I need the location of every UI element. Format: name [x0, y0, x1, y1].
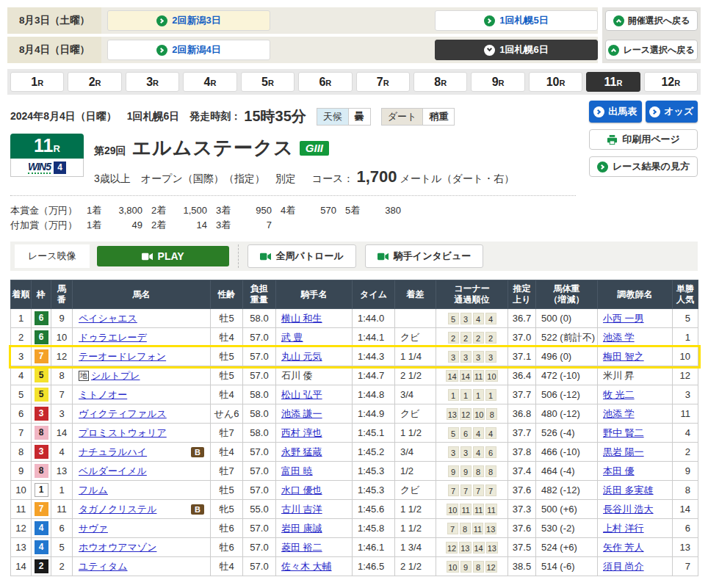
jockey-link[interactable]: 松山 弘平 — [281, 389, 322, 400]
corner-position-box: 8 — [473, 561, 484, 573]
print-page-button[interactable]: 印刷用ページ — [589, 129, 698, 150]
race-tab-5r[interactable]: 5R — [241, 72, 295, 92]
horse-weight: 464 (-4) — [536, 462, 598, 481]
race-tab-11r[interactable]: 11R — [586, 72, 640, 92]
result-guide-button[interactable]: レース結果の見方 — [589, 156, 698, 177]
carried-weight: 57.0 — [243, 519, 276, 538]
trainer-cell: 牧 光二 — [598, 385, 673, 404]
corner-position-box: 3 — [460, 351, 472, 363]
race-tab-3r[interactable]: 3R — [126, 72, 179, 92]
horse-name-link[interactable]: ドゥラエレーデ — [79, 331, 147, 344]
frame-number-cell: 6 — [32, 328, 51, 347]
trainer-link[interactable]: 矢作 芳人 — [603, 542, 644, 553]
win5-logo: WIN5 — [28, 161, 51, 174]
corner-position-box: 5 — [448, 313, 459, 324]
win5-leg-number: 4 — [54, 161, 66, 174]
trainer-link[interactable]: 長谷川 浩大 — [603, 504, 654, 515]
jockey-link[interactable]: 富田 暁 — [281, 465, 313, 476]
horse-name-link[interactable]: ホウオウアマゾン — [79, 541, 156, 554]
horse-name-cell: テーオードレフォン — [73, 347, 211, 366]
trainer-link[interactable]: 黒岩 陽一 — [603, 446, 644, 457]
horse-name-link[interactable]: フルム — [79, 484, 108, 497]
trainer-link[interactable]: 池添 学 — [603, 408, 635, 419]
horse-name-link[interactable]: タガノクリステル — [79, 503, 156, 516]
chevron-right-icon — [484, 15, 495, 26]
trainer-link[interactable]: 野中 賢二 — [603, 427, 644, 438]
horse-name-link[interactable]: ミトノオー — [79, 388, 127, 402]
corner-position-box: 8 — [486, 408, 497, 420]
jockey-link[interactable]: 西村 淳也 — [281, 427, 322, 438]
horse-name-link[interactable]: ペイシャエス — [79, 312, 137, 325]
weather-value: 曇 — [348, 109, 370, 125]
result-row: 10 1 1 フルム 牡5 57.0 水口 優也 1:45.3 クビ 7777 … — [11, 481, 698, 500]
jockey-link[interactable]: 佐々木 大輔 — [281, 561, 332, 572]
horse-name-link[interactable]: ベルダーイメル — [79, 465, 147, 478]
entry-table-button[interactable]: 出馬表 — [589, 101, 642, 123]
frame-number: 3 — [35, 445, 48, 459]
play-video-button[interactable]: PLAY — [97, 246, 229, 266]
race-tab-7r[interactable]: 7R — [356, 72, 410, 92]
race-tab-10r[interactable]: 10R — [529, 72, 582, 92]
jockey-link[interactable]: 菱田 裕二 — [281, 542, 322, 553]
jockey-link[interactable]: 池添 謙一 — [281, 408, 322, 419]
jockey-link[interactable]: 古川 吉洋 — [281, 504, 322, 515]
corner-position-box: 6 — [485, 446, 496, 458]
corner-positions: 9988 — [436, 462, 508, 481]
estimated-last-3f: 37.8 — [508, 443, 536, 462]
trainer-link[interactable]: 上村 洋行 — [603, 523, 644, 534]
trainer-link[interactable]: 浜田 多実雄 — [603, 484, 654, 496]
horse-name-link[interactable]: プロミストウォリア — [79, 427, 167, 440]
corner-position-box: 7 — [460, 484, 472, 496]
finish-position: 11 — [11, 500, 32, 519]
horse-name-link[interactable]: シルトプレ — [91, 369, 140, 382]
jockey-interview-button[interactable]: 騎手インタビュー — [365, 244, 484, 268]
frame-number-cell: 8 — [32, 424, 51, 443]
finish-time: 1:46.5 — [353, 557, 395, 576]
horse-number: 4 — [51, 443, 73, 462]
back-to-race-select-button[interactable]: レース選択へ戻る — [605, 40, 698, 60]
horse-name-link[interactable]: ヴィクティファルス — [79, 407, 167, 421]
jockey-link[interactable]: 永野 猛蔵 — [281, 446, 322, 457]
horse-name-link[interactable]: ナチュラルハイ — [79, 446, 147, 459]
meeting-button-sapporo-day6-selected[interactable]: 1回札幌6日 — [435, 40, 598, 60]
trainer-link[interactable]: 須貝 尚介 — [603, 561, 644, 572]
meeting-button-niigata-day4[interactable]: 2回新潟4日 — [107, 40, 270, 60]
trainer-link[interactable]: 小西 一男 — [603, 313, 644, 324]
race-tab-6r[interactable]: 6R — [298, 72, 352, 92]
jockey-link[interactable]: 横山 和生 — [281, 313, 322, 324]
odds-button[interactable]: オッズ — [646, 101, 698, 123]
race-tab-12r[interactable]: 12R — [644, 72, 698, 92]
race-tab-1r[interactable]: 1R — [10, 72, 64, 92]
result-row: 9 8 13 ベルダーイメル 牡7 57.0 富田 暁 1:45.3 1/2 9… — [11, 462, 698, 481]
jockey-link[interactable]: 丸山 元気 — [281, 351, 322, 362]
jockey-link[interactable]: 岩田 康誠 — [281, 523, 322, 534]
divider — [238, 244, 239, 268]
horse-name-link[interactable]: テーオードレフォン — [79, 350, 166, 363]
trainer-link[interactable]: 本田 優 — [603, 465, 635, 476]
trainer-link[interactable]: 梅田 智之 — [603, 351, 644, 362]
jockey-link[interactable]: 水口 優也 — [281, 484, 322, 496]
jockey-link[interactable]: 武 豊 — [281, 332, 303, 343]
meeting-button-niigata-day3[interactable]: 2回新潟3日 — [107, 10, 270, 31]
horse-name-link[interactable]: サヴァ — [79, 522, 108, 535]
horse-name-link[interactable]: ユティタム — [79, 560, 128, 573]
race-tab-2r[interactable]: 2R — [68, 72, 121, 92]
trainer-link[interactable]: 池添 学 — [603, 332, 635, 343]
horse-name-cell: フルム — [73, 481, 211, 500]
trainer-link[interactable]: 牧 光二 — [603, 389, 635, 400]
chevron-up-icon — [608, 45, 619, 56]
race-tab-4r[interactable]: 4R — [183, 72, 236, 92]
race-tab-9r[interactable]: 9R — [471, 72, 524, 92]
horse-name-cell: タガノクリステル B — [73, 500, 211, 519]
column-header: 枠 — [32, 280, 51, 309]
column-header: 負担 重量 — [243, 280, 276, 309]
meeting-button-sapporo-day5[interactable]: 1回札幌5日 — [435, 10, 598, 31]
race-result-content: 出馬表 オッズ 印刷用ページ レース結果の見方 2024年8月4日（日曜） 1回… — [0, 95, 708, 587]
back-to-meeting-select-button[interactable]: 開催選択へ戻る — [605, 10, 698, 31]
trainer-cell: 池添 学 — [598, 404, 673, 424]
patrol-video-button[interactable]: 全周パトロール — [248, 244, 356, 268]
finish-time: 1:44.1 — [353, 328, 395, 347]
horse-weight: 472 (-10) — [536, 366, 598, 385]
corner-position-box: 4 — [485, 427, 496, 439]
race-tab-8r[interactable]: 8R — [413, 72, 467, 92]
